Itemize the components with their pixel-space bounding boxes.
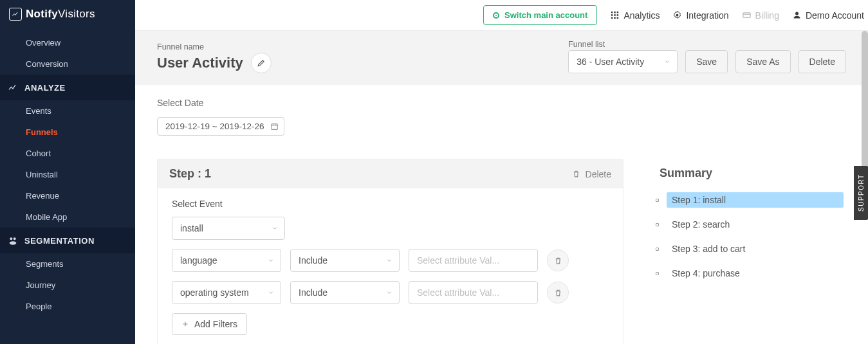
sidebar-item-funnels[interactable]: Funnels — [0, 122, 135, 143]
svg-rect-10 — [614, 17, 616, 19]
summary-item-label: Step 3: add to cart — [667, 241, 844, 257]
date-range-picker[interactable]: 2019-12-19 ~ 2019-12-26 — [157, 117, 284, 136]
select-value: 36 - User Activity — [577, 57, 644, 67]
summary-item[interactable]: Step 1: install — [653, 188, 846, 212]
filter-value-input[interactable] — [409, 249, 538, 272]
select-value: Include — [299, 255, 328, 266]
top-link-label: Demo Account — [806, 10, 864, 21]
brand-logo[interactable]: NotifyVisitors — [0, 0, 135, 32]
top-link-analytics[interactable]: Analytics — [610, 10, 660, 21]
sidebar-section-label: ANALYZE — [24, 83, 66, 93]
filter-attribute-select[interactable]: language — [172, 249, 281, 272]
edit-funnel-name-button[interactable] — [251, 53, 272, 73]
select-value: operating system — [180, 287, 249, 298]
content: Funnel name User Activity Funnel list 36… — [135, 31, 868, 344]
summary-item[interactable]: Step 3: add to cart — [653, 237, 846, 261]
sidebar: NotifyVisitors Overview Conversion ANALY… — [0, 0, 135, 344]
svg-rect-13 — [743, 13, 750, 18]
svg-point-12 — [676, 14, 679, 17]
sidebar-item-mobile-app[interactable]: Mobile App — [0, 206, 135, 228]
sidebar-section-segmentation[interactable]: SEGMENTATION — [0, 228, 135, 253]
top-link-integration[interactable]: Integration — [672, 10, 728, 21]
top-link-billing[interactable]: Billing — [742, 10, 779, 21]
sidebar-section-analyze[interactable]: ANALYZE — [0, 75, 135, 100]
card-icon — [742, 10, 752, 20]
svg-rect-8 — [617, 14, 619, 16]
delete-step-button[interactable]: Delete — [572, 169, 611, 179]
event-select-row: install — [172, 217, 609, 240]
funnel-title: User Activity — [157, 55, 243, 71]
chart-icon — [9, 8, 22, 21]
remove-filter-button[interactable] — [547, 282, 569, 303]
svg-rect-16 — [271, 124, 277, 130]
remove-filter-button[interactable] — [547, 249, 569, 271]
funnel-name-label: Funnel name — [157, 42, 272, 51]
select-value: language — [180, 255, 217, 266]
filter-value-input[interactable] — [409, 281, 538, 304]
filter-mode-select[interactable]: Include — [290, 249, 400, 272]
gear-icon — [672, 10, 682, 20]
sidebar-item-events[interactable]: Events — [0, 100, 135, 122]
calendar-icon — [270, 122, 279, 131]
funnel-list-select[interactable]: 36 - User Activity — [568, 50, 678, 73]
users-icon — [8, 235, 18, 246]
event-select[interactable]: install — [172, 217, 285, 240]
trash-icon — [554, 289, 562, 297]
save-as-button[interactable]: Save As — [735, 50, 790, 73]
chevron-down-icon — [272, 223, 278, 233]
svg-point-1 — [14, 237, 16, 240]
add-filters-button[interactable]: Add Filters — [172, 313, 247, 335]
funnel-title-row: User Activity — [157, 53, 272, 73]
save-button[interactable]: Save — [685, 50, 728, 73]
support-tab[interactable]: SUPPORT — [854, 166, 868, 220]
step-card: Step : 1 Delete Select Event install — [157, 159, 623, 344]
switch-account-label: Switch main account — [504, 10, 587, 20]
bullet-icon — [656, 272, 659, 275]
sidebar-item-revenue[interactable]: Revenue — [0, 185, 135, 206]
analyze-icon — [8, 82, 18, 93]
filter-row: operating system Include — [172, 281, 609, 304]
pencil-icon — [257, 59, 266, 68]
filter-mode-select[interactable]: Include — [290, 281, 400, 304]
step-body: Select Event install language — [158, 188, 623, 344]
top-link-account[interactable]: Demo Account — [792, 10, 864, 21]
svg-rect-6 — [611, 14, 613, 16]
sidebar-item-conversion[interactable]: Conversion — [0, 53, 135, 75]
select-value: install — [180, 223, 203, 233]
switch-account-button[interactable]: Switch main account — [483, 5, 597, 25]
svg-point-15 — [795, 12, 799, 15]
date-range-value: 2019-12-19 ~ 2019-12-26 — [165, 122, 264, 131]
svg-rect-5 — [617, 12, 619, 14]
summary-item[interactable]: Step 2: search — [653, 212, 846, 237]
filter-attribute-select[interactable]: operating system — [172, 281, 281, 304]
sidebar-item-uninstall[interactable]: Uninstall — [0, 164, 135, 185]
chevron-down-icon — [268, 287, 274, 298]
funnel-list-label: Funnel list — [568, 40, 678, 49]
svg-rect-3 — [611, 12, 613, 14]
summary-item-label: Step 2: search — [667, 217, 844, 232]
svg-rect-7 — [614, 14, 616, 16]
sidebar-item-people[interactable]: People — [0, 296, 135, 317]
add-filters-label: Add Filters — [194, 319, 237, 329]
delete-funnel-button[interactable]: Delete — [799, 50, 846, 73]
summary-panel: Summary Step 1: install Step 2: search S… — [653, 159, 846, 344]
sidebar-item-overview[interactable]: Overview — [0, 32, 135, 53]
svg-rect-11 — [617, 17, 619, 19]
sidebar-item-segments[interactable]: Segments — [0, 253, 135, 275]
scrollbar-thumb[interactable] — [862, 31, 868, 172]
user-icon — [792, 10, 802, 20]
step-header: Step : 1 Delete — [158, 159, 623, 188]
content-body: Select Date 2019-12-19 ~ 2019-12-26 Step… — [135, 85, 868, 344]
top-link-label: Integration — [686, 10, 728, 21]
sidebar-item-journey[interactable]: Journey — [0, 275, 135, 296]
sidebar-item-cohort[interactable]: Cohort — [0, 143, 135, 164]
brand-text: NotifyVisitors — [26, 8, 95, 21]
topbar: Switch main account Analytics Integratio… — [135, 0, 868, 31]
select-value: Include — [299, 287, 328, 298]
summary-item[interactable]: Step 4: purchase — [653, 261, 846, 285]
chevron-down-icon — [664, 57, 670, 67]
delete-step-label: Delete — [586, 169, 611, 179]
select-date-label: Select Date — [157, 98, 846, 108]
bullet-icon — [656, 223, 659, 226]
top-link-label: Billing — [755, 10, 779, 21]
